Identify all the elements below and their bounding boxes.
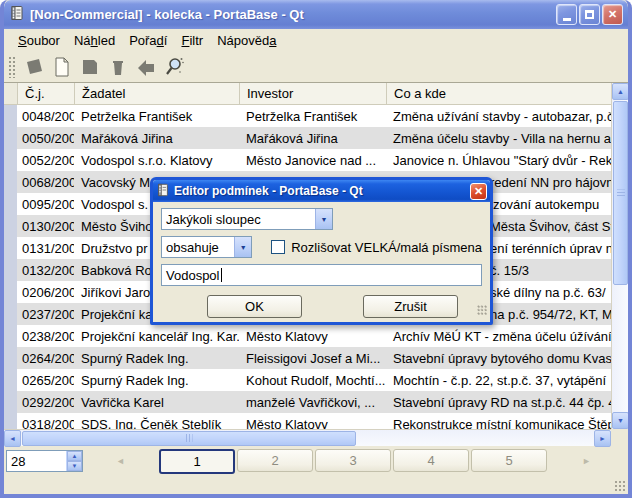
scroll-up-button[interactable]: ▲	[612, 83, 629, 100]
row-gutter	[4, 347, 17, 369]
dialog-resize-grip[interactable]	[477, 305, 487, 315]
maximize-button[interactable]	[579, 4, 600, 25]
cell-zadatel: SDS, Ing. Čeněk Steblík	[74, 413, 239, 429]
filter-value-input[interactable]: Vodospol	[161, 264, 482, 286]
page-button-2[interactable]: 2	[237, 449, 313, 472]
datasheet-icon	[23, 56, 45, 78]
search-icon	[163, 56, 185, 78]
cell-zadatel: Vavřička Karel	[74, 391, 239, 413]
cancel-button[interactable]: Zrušit	[363, 295, 458, 318]
toolbar-grip[interactable]	[8, 56, 16, 78]
search-button[interactable]	[160, 54, 188, 80]
cell-zadatel: Mařáková Jiřina	[74, 127, 239, 149]
copy-row-icon	[135, 56, 157, 78]
scroll-down-button[interactable]: ▼	[612, 412, 629, 429]
menu-poradi[interactable]: Pořadí	[122, 31, 174, 50]
cell-investor: Město Klatovy	[239, 325, 386, 347]
main-window: [Non-Commercial] - kolecka - PortaBase -…	[0, 0, 632, 498]
column-header-co-a-kde[interactable]: Co a kde	[386, 83, 611, 104]
table-row[interactable]: 0052/2005 Vodospol s.r.o. Klatovy Město …	[4, 149, 611, 171]
page-button-1[interactable]: 1	[159, 449, 235, 474]
row-gutter-header	[4, 83, 17, 104]
table-row[interactable]: 0050/2005 Mařáková Jiřina Mařáková Jiřin…	[4, 127, 611, 149]
right-arrow-icon: ►	[582, 456, 591, 466]
cell-investor: Mařáková Jiřina	[239, 127, 386, 149]
table-header: Č.j. Žadatel Investor Co a kde	[4, 83, 611, 105]
chevron-down-icon[interactable]: ▼	[315, 209, 332, 229]
horizontal-scrollbar[interactable]: ◄ ►	[4, 429, 611, 446]
case-sensitive-label: Rozlišovat VELKÁ/malá písmena	[291, 240, 482, 255]
cell-cj: 0068/2005	[17, 171, 74, 193]
table-row[interactable]: 0265/2005 Spurný Radek Ing. Kohout Rudol…	[4, 369, 611, 391]
menu-soubor[interactable]: Soubor	[11, 31, 67, 50]
spin-down-button[interactable]: ▼	[67, 461, 82, 471]
column-header-investor[interactable]: Investor	[239, 83, 386, 104]
cell-cj: 0052/2005	[17, 149, 74, 171]
case-sensitive-checkbox[interactable]	[271, 240, 285, 254]
cell-co-a-kde: Změna účelu stavby - Villa na hernu a	[386, 127, 611, 149]
page-button-4[interactable]: 4	[393, 449, 469, 472]
cell-zadatel: Petrželka František	[74, 105, 239, 127]
row-gutter	[4, 237, 17, 259]
copy-row-button[interactable]	[132, 54, 160, 80]
operator-select[interactable]: obsahuje ▼	[161, 236, 252, 258]
cell-investor: Fleissigovi Josef a Mi...	[239, 347, 386, 369]
menu-napoveda[interactable]: Nápověda	[210, 31, 283, 50]
table-row[interactable]: 0238/2005 Projekční kancelář Ing. Kar...…	[4, 325, 611, 347]
column-header-zadatel[interactable]: Žadatel	[74, 83, 239, 104]
table-row[interactable]: 0292/2005 Vavřička Karel manželé Vavřičk…	[4, 391, 611, 413]
next-page-button[interactable]: ►	[548, 450, 625, 473]
vertical-scroll-thumb[interactable]	[613, 101, 628, 285]
scroll-right-button[interactable]: ►	[594, 430, 611, 447]
row-gutter	[4, 281, 17, 303]
scroll-left-button[interactable]: ◄	[4, 430, 21, 447]
maximize-icon	[585, 10, 594, 19]
page-button-3[interactable]: 3	[315, 449, 391, 472]
close-icon: ✕	[608, 8, 617, 21]
edit-row-button[interactable]	[76, 54, 104, 80]
page-button-5[interactable]: 5	[471, 449, 547, 472]
dialog-title-bar: Editor podmínek - PortaBase - Qt ✕	[153, 180, 490, 202]
previous-page-button[interactable]: ◄	[83, 450, 158, 473]
app-icon	[9, 5, 25, 24]
cell-investor: Město Klatovy	[239, 413, 386, 429]
text-caret	[221, 268, 222, 282]
cell-cj: 0131/2005	[17, 237, 74, 259]
delete-row-icon	[107, 56, 129, 78]
table-row[interactable]: 0048/2005 Petrželka František Petrželka …	[4, 105, 611, 127]
cell-cj: 0264/2005	[17, 347, 74, 369]
minimize-button[interactable]	[556, 4, 577, 25]
spin-up-button[interactable]: ▲	[67, 451, 82, 461]
close-button[interactable]: ✕	[602, 4, 623, 25]
table-row[interactable]: 0318/2005 SDS, Ing. Čeněk Steblík Město …	[4, 413, 611, 429]
row-gutter	[4, 325, 17, 347]
status-bar	[4, 476, 628, 494]
new-row-button[interactable]	[48, 54, 76, 80]
menu-filtr[interactable]: Filtr	[174, 31, 210, 50]
cell-cj: 0265/2005	[17, 369, 74, 391]
delete-row-button[interactable]	[104, 54, 132, 80]
column-header-cj[interactable]: Č.j.	[17, 83, 74, 104]
record-count-value[interactable]: 28	[7, 451, 66, 471]
window-resize-grip[interactable]	[614, 480, 626, 492]
cell-co-a-kde: Stavební úpravy bytového domu Kvas	[386, 347, 611, 369]
vertical-scrollbar[interactable]: ▲ ▼	[611, 83, 628, 429]
table-row[interactable]: 0264/2005 Spurný Radek Ing. Fleissigovi …	[4, 347, 611, 369]
cell-zadatel: Projekční kancelář Ing. Kar...	[74, 325, 239, 347]
menu-nahled[interactable]: Náhled	[67, 31, 122, 50]
datasheet-button[interactable]	[20, 54, 48, 80]
chevron-down-icon[interactable]: ▼	[234, 237, 251, 257]
dialog-title: Editor podmínek - PortaBase - Qt	[174, 184, 470, 198]
dialog-close-button[interactable]: ✕	[470, 183, 487, 200]
column-select[interactable]: Jakýkoli sloupec ▼	[161, 208, 333, 230]
cell-investor: Petrželka František	[239, 105, 386, 127]
ok-button[interactable]: OK	[207, 295, 302, 318]
record-count-spinbox[interactable]: 28 ▲ ▼	[6, 450, 83, 472]
row-gutter	[4, 193, 17, 215]
cell-cj: 0048/2005	[17, 105, 74, 127]
horizontal-scroll-thumb[interactable]	[22, 431, 356, 446]
cell-co-a-kde: Janovice n. Úhlavou "Starý dvůr - Rek	[386, 149, 611, 171]
cell-zadatel: Spurný Radek Ing.	[74, 347, 239, 369]
cell-co-a-kde: Změna užívání stavby - autobazar, p.č	[386, 105, 611, 127]
condition-editor-dialog: Editor podmínek - PortaBase - Qt ✕ Jakýk…	[150, 177, 493, 325]
